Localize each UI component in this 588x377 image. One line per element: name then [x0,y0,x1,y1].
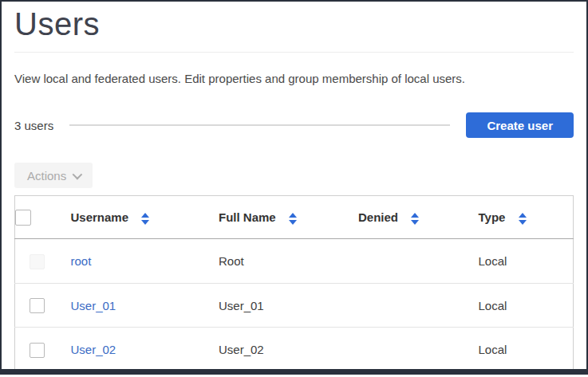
page-description: View local and federated users. Edit pro… [14,72,574,85]
row-checkbox[interactable] [30,343,45,358]
fullname-cell: User_02 [207,328,347,373]
column-header-label: Type [479,210,506,224]
denied-cell [347,283,468,328]
fullname-cell: User_01 [207,283,347,328]
column-header-label: Username [71,210,129,224]
sort-icon[interactable] [141,213,149,225]
sort-icon[interactable] [411,213,419,225]
column-header-label: Full Name [219,210,276,224]
users-page: Users View local and federated users. Ed… [2,6,586,374]
create-user-button[interactable]: Create user [466,112,574,138]
column-header-label: Denied [358,210,398,224]
username-link[interactable]: User_01 [71,299,116,312]
table-row: root Root Local [15,239,574,284]
actions-button-label: Actions [27,169,66,183]
page-frame: Users View local and federated users. Ed… [0,0,588,375]
fullname-cell: Root [207,239,347,284]
select-all-checkbox[interactable] [15,210,31,226]
row-checkbox[interactable] [30,298,45,313]
table-row: User_02 User_02 Local [15,328,574,373]
type-cell: Local [468,283,574,328]
divider-line [69,124,450,126]
row-checkbox [30,254,45,269]
column-header-fullname: Full Name [207,196,347,239]
sort-icon[interactable] [519,213,527,225]
table-header-row: Username Full Name Denied Type [15,196,574,239]
actions-wrap: Actions [14,163,574,188]
count-row: 3 users Create user [14,112,574,138]
username-link[interactable]: User_02 [71,343,116,356]
denied-cell [347,328,468,373]
column-header-username: Username [60,196,208,239]
table-row: User_01 User_01 Local [15,283,574,328]
user-count-label: 3 users [14,119,53,132]
denied-cell [347,239,468,284]
sort-icon[interactable] [289,213,297,225]
column-header-denied: Denied [347,196,468,239]
column-header-type: Type [468,196,574,239]
users-table: Username Full Name Denied Type [14,195,574,374]
actions-button[interactable]: Actions [14,163,93,188]
chevron-down-icon [73,169,83,179]
page-title: Users [14,6,574,53]
type-cell: Local [468,328,574,373]
type-cell: Local [468,239,574,284]
username-link[interactable]: root [71,254,92,268]
